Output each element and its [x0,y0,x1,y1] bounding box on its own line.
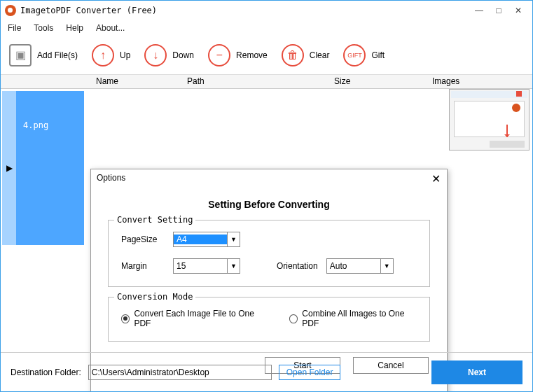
up-label: Up [120,50,130,60]
footer: Destination Folder: C:\Users\Administrat… [1,352,532,391]
convert-setting-group: Convert Setting PageSize A4 ▼ Margin 15 … [108,220,430,287]
gift-icon: GIFT [343,44,366,66]
maximize-button[interactable]: □ [489,4,508,18]
mode-each-option[interactable]: Convert Each Image File to One PDF [121,309,265,328]
minimize-button[interactable]: — [469,4,489,18]
pagesize-select[interactable]: A4 ▼ [173,232,240,247]
dialog-titlebar: Options ✕ [91,169,447,186]
destination-value: C:\Users\Administrator\Desktop [92,368,209,377]
arrow-up-icon: ↑ [92,44,114,66]
file-name: 4.png [23,120,48,130]
titlebar: ImagetoPDF Converter (Free) — □ ✕ [1,1,532,20]
chevron-down-icon: ▼ [227,232,240,246]
up-button[interactable]: ↑ Up [92,44,130,66]
destination-input[interactable]: C:\Users\Administrator\Desktop [88,365,272,380]
clear-button[interactable]: 🗑 Clear [282,44,330,66]
close-button[interactable]: ✕ [508,4,528,18]
image-icon: ▣ [9,44,32,66]
menu-help[interactable]: Help [66,23,83,33]
menu-tools[interactable]: Tools [34,23,53,33]
add-files-button[interactable]: ▣ Add File(s) [9,44,78,66]
radio-icon [289,314,298,323]
content-area: ▶ 4.png Options ✕ Setting Before Convert… [1,89,532,348]
dialog-close-button[interactable]: ✕ [430,172,441,183]
clear-label: Clear [310,50,330,60]
pagesize-value: A4 [174,234,227,244]
menu-file[interactable]: File [8,23,21,33]
margin-label: Margin [121,261,165,271]
down-label: Down [172,50,194,60]
app-icon [5,5,16,16]
remove-label: Remove [236,50,268,60]
trash-icon: 🗑 [282,44,304,66]
gift-label: Gift [371,50,385,60]
orientation-label: Orientation [277,261,318,271]
header-name[interactable]: Name [92,75,183,88]
destination-label: Destination Folder: [11,368,81,377]
gift-button[interactable]: GIFT Gift [343,44,385,66]
chevron-down-icon: ▼ [380,259,393,273]
header-path[interactable]: Path [183,75,330,88]
margin-select[interactable]: 15 ▼ [173,258,240,274]
arrow-down-icon: ↓ [144,44,167,66]
pagesize-label: PageSize [121,234,165,244]
orientation-select[interactable]: Auto ▼ [326,258,394,274]
mode-combine-label: Combine All Images to One PDF [302,309,417,328]
file-row[interactable]: ▶ 4.png [4,91,84,245]
header-size[interactable]: Size [330,75,428,88]
mode-each-label: Convert Each Image File to One PDF [134,309,265,328]
mode-legend: Conversion Mode [114,292,195,302]
open-folder-button[interactable]: Open Folder [279,365,341,380]
radio-icon [121,314,130,323]
margin-value: 15 [174,261,227,271]
row-selector-icon: ▶ [2,91,16,245]
header-images[interactable]: Images [428,75,464,88]
menu-about[interactable]: About... [96,23,125,33]
mode-combine-option[interactable]: Combine All Images to One PDF [289,309,417,328]
thumbnail-preview [449,89,529,150]
remove-button[interactable]: − Remove [208,44,268,66]
orientation-value: Auto [327,261,380,271]
chevron-down-icon: ▼ [227,259,240,273]
conversion-mode-group: Conversion Mode Convert Each Image File … [108,297,430,342]
menubar: File Tools Help About... [1,20,532,36]
next-button[interactable]: Next [431,360,522,384]
minus-icon: − [208,44,230,66]
dialog-heading: Setting Before Converting [91,199,447,210]
dialog-title: Options [97,173,430,183]
list-headers: Name Path Size Images [1,75,532,89]
convert-legend: Convert Setting [114,215,195,225]
add-files-label: Add File(s) [37,50,78,60]
app-title: ImagetoPDF Converter (Free) [20,6,469,15]
down-button[interactable]: ↓ Down [144,44,194,66]
toolbar: ▣ Add File(s) ↑ Up ↓ Down − Remove 🗑 Cle… [1,36,532,75]
